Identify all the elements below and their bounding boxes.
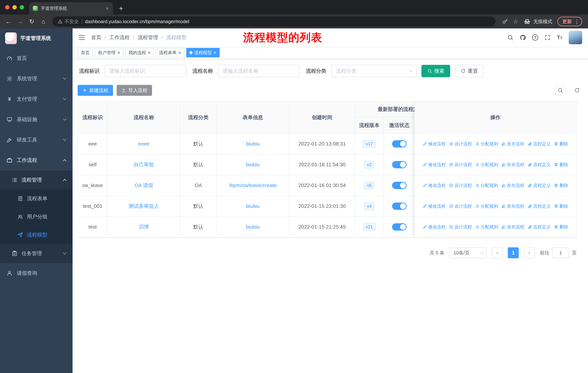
active-toggle[interactable]: [384, 217, 415, 238]
action-design[interactable]: 设计流程: [449, 203, 472, 209]
process-name-input[interactable]: [218, 65, 300, 77]
action-delete[interactable]: 删除: [554, 224, 568, 230]
active-toggle[interactable]: [384, 175, 415, 196]
action-assign[interactable]: 分配规则: [475, 203, 498, 209]
action-publish[interactable]: 发布流程: [501, 182, 524, 188]
active-toggle[interactable]: [384, 196, 415, 217]
form-info-link[interactable]: biubiu: [217, 196, 289, 217]
action-assign[interactable]: 分配规则: [475, 162, 498, 168]
action-design[interactable]: 设计流程: [449, 162, 472, 168]
search-button[interactable]: 搜索: [421, 65, 450, 77]
process-key-input[interactable]: [105, 65, 186, 77]
action-edit[interactable]: 修改流程: [423, 141, 446, 147]
sidebar-item-process-form[interactable]: 流程表单: [0, 189, 73, 208]
page-size-select[interactable]: 10条/页: [450, 247, 487, 258]
forward-icon[interactable]: →: [15, 16, 25, 27]
action-definition[interactable]: 流程定义: [528, 162, 551, 168]
reload-icon[interactable]: ↻: [27, 16, 36, 27]
new-tab-button[interactable]: +: [116, 3, 126, 13]
user-avatar[interactable]: [569, 31, 582, 44]
action-edit[interactable]: 修改流程: [423, 203, 446, 209]
action-definition[interactable]: 流程定义: [528, 182, 551, 188]
sidebar-item-process-model[interactable]: 流程模型: [0, 226, 73, 244]
form-info-link[interactable]: biubiu: [217, 134, 289, 154]
create-process-button[interactable]: 新建流程: [78, 85, 113, 96]
tag-close-icon[interactable]: ×: [178, 50, 181, 55]
action-delete[interactable]: 删除: [554, 141, 568, 147]
prev-page-button[interactable]: ‹: [492, 247, 503, 258]
sidebar-item-payment-management[interactable]: ¥ 支付管理: [0, 89, 73, 109]
help-icon[interactable]: ?: [532, 34, 538, 40]
tag-my-process[interactable]: 我的流程 ×: [125, 48, 154, 57]
action-delete[interactable]: 删除: [554, 182, 568, 188]
sidebar-item-workflow[interactable]: 工作流程: [0, 150, 73, 171]
sidebar-fold-icon[interactable]: [78, 34, 85, 41]
sidebar-item-infrastructure[interactable]: 基础设施: [0, 109, 73, 130]
active-toggle[interactable]: [384, 154, 415, 175]
window-close-button[interactable]: [5, 5, 10, 10]
page-button-1[interactable]: 1: [508, 247, 519, 258]
action-publish[interactable]: 发布流程: [501, 203, 524, 209]
browser-menu-dots-icon[interactable]: ⋮: [574, 18, 580, 25]
security-status[interactable]: 不安全: [58, 18, 79, 25]
tag-home[interactable]: 首页: [78, 48, 93, 57]
breadcrumb-item[interactable]: 工作流程: [109, 34, 130, 41]
tag-tenant-management[interactable]: 租户管理 ×: [95, 48, 123, 57]
action-design[interactable]: 设计流程: [449, 141, 472, 147]
breadcrumb-item[interactable]: 流程管理: [138, 34, 158, 41]
form-info-link[interactable]: biubiu: [217, 154, 289, 175]
process-category-select[interactable]: 流程分类: [331, 65, 417, 77]
sidebar-item-process-management[interactable]: 流程管理: [0, 171, 73, 189]
process-name-link[interactable]: 滔博: [107, 217, 180, 238]
process-name-link[interactable]: OA 请假: [107, 175, 180, 196]
tab-close-icon[interactable]: ×: [105, 5, 109, 11]
fullscreen-icon[interactable]: [545, 34, 551, 40]
window-minimize-button[interactable]: [12, 5, 17, 10]
bookmark-star-icon[interactable]: ☆: [513, 18, 518, 25]
search-icon[interactable]: [507, 34, 514, 40]
show-search-button[interactable]: [555, 84, 566, 96]
action-delete[interactable]: 删除: [554, 203, 568, 209]
action-edit[interactable]: 修改流程: [423, 182, 446, 188]
tag-close-icon[interactable]: ×: [117, 50, 120, 55]
next-page-button[interactable]: ›: [524, 247, 535, 258]
active-toggle[interactable]: [384, 134, 415, 154]
action-publish[interactable]: 发布流程: [501, 224, 524, 230]
refresh-table-button[interactable]: [571, 84, 583, 96]
key-icon[interactable]: [502, 19, 508, 24]
action-edit[interactable]: 修改流程: [423, 162, 446, 168]
window-maximize-button[interactable]: [20, 5, 24, 10]
action-edit[interactable]: 修改流程: [423, 224, 446, 230]
reset-button[interactable]: 重置: [455, 65, 484, 77]
tag-process-model[interactable]: 流程模型 ×: [186, 48, 220, 57]
action-design[interactable]: 设计流程: [449, 182, 472, 188]
process-name-link[interactable]: 自己审批: [107, 154, 180, 175]
action-delete[interactable]: 删除: [554, 162, 568, 168]
sidebar-item-task-management[interactable]: 任务管理: [0, 244, 73, 263]
action-assign[interactable]: 分配规则: [475, 224, 498, 230]
url-bar[interactable]: 不安全 dashboard.yudao.iocoder.cn/bpm/manag…: [52, 16, 496, 27]
form-info-link[interactable]: biubiu: [217, 217, 289, 238]
font-size-icon[interactable]: TT: [557, 35, 562, 40]
action-publish[interactable]: 发布流程: [501, 162, 524, 168]
tag-close-icon[interactable]: ×: [148, 50, 151, 55]
sidebar-item-user-group[interactable]: 用户分组: [0, 208, 73, 226]
sidebar-item-leave-query[interactable]: 请假查询: [0, 263, 73, 283]
process-name-link[interactable]: eeee: [107, 134, 180, 154]
action-definition[interactable]: 流程定义: [528, 203, 551, 209]
update-button[interactable]: 更新 ⋮: [557, 17, 582, 26]
action-assign[interactable]: 分配规则: [475, 182, 498, 188]
browser-tab[interactable]: 芋道管理系统 ×: [29, 2, 113, 15]
action-publish[interactable]: 发布流程: [501, 141, 524, 147]
process-name-link[interactable]: 测试多审批人: [107, 196, 180, 217]
action-design[interactable]: 设计流程: [449, 224, 472, 230]
sidebar-item-dev-tools[interactable]: 研发工具: [0, 130, 73, 150]
form-info-link[interactable]: /bpm/oa/leave/create: [217, 175, 289, 196]
goto-page-input[interactable]: [552, 247, 569, 258]
tag-process-form[interactable]: 流程表单 ×: [156, 48, 184, 57]
action-assign[interactable]: 分配规则: [475, 141, 498, 147]
home-icon[interactable]: ⌂: [39, 16, 48, 27]
action-definition[interactable]: 流程定义: [528, 141, 551, 147]
sidebar-item-home[interactable]: 首页: [0, 48, 73, 69]
import-process-button[interactable]: 导入流程: [117, 85, 152, 96]
